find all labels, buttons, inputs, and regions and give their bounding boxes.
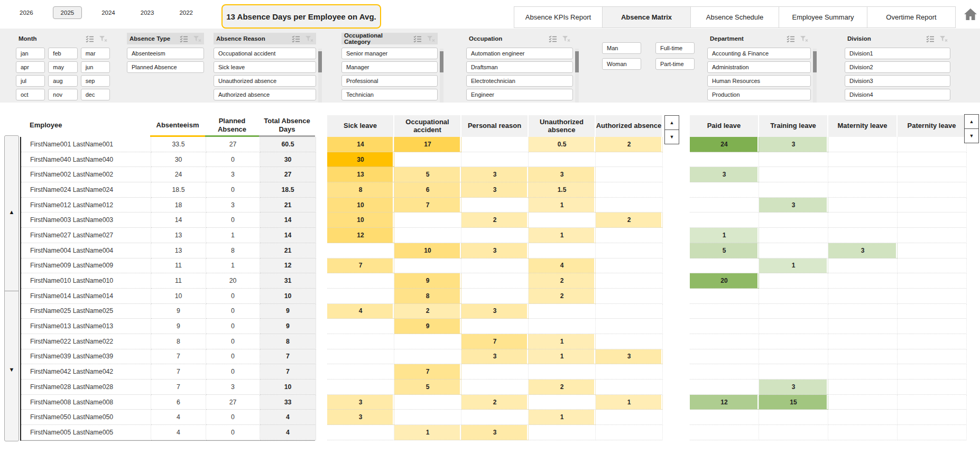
slicer-item-jun[interactable]: jun [81, 61, 110, 73]
slicer-item-division2[interactable]: Division2 [845, 61, 950, 73]
multiselect-icon[interactable] [787, 35, 795, 42]
slicer-item-dec[interactable]: dec [81, 89, 110, 100]
slicer-item-part-time[interactable]: Part-time [655, 58, 695, 70]
slicer-item-feb[interactable]: feb [48, 48, 77, 59]
slicer-item-jan[interactable]: jan [16, 48, 45, 59]
clear-filter-icon[interactable] [562, 35, 570, 42]
slicer-item-division4[interactable]: Division4 [845, 89, 950, 100]
reason-matrix-scroll-down[interactable]: ▼ [664, 130, 679, 144]
tab-absence-kpis-report[interactable]: Absence KPIs Report [514, 6, 603, 28]
reason-value-cell [461, 228, 529, 243]
slicer-item-sick-leave[interactable]: Sick leave [214, 61, 316, 73]
slicer-scrollbar[interactable] [575, 49, 579, 103]
leave-matrix-scroll-down[interactable]: ▼ [964, 128, 979, 143]
slicer-item-manager[interactable]: Manager [341, 61, 438, 73]
leave-value-cell [690, 258, 759, 274]
slicer-item-planned-absence[interactable]: Planned Absence [127, 61, 204, 73]
slicer-item-human-resources[interactable]: Human Resources [707, 75, 811, 87]
reason-value-cell: 3 [461, 349, 529, 365]
slicer-scrollbar[interactable] [440, 49, 443, 103]
clear-filter-icon[interactable] [939, 35, 948, 42]
tab-absence-matrix[interactable]: Absence Matrix [602, 6, 691, 28]
reason-value-cell [327, 334, 394, 349]
reason-value-cell [461, 410, 529, 425]
multiselect-icon[interactable] [292, 35, 300, 42]
scrollbar-thumb[interactable] [318, 51, 322, 72]
clear-filter-icon[interactable] [193, 35, 201, 42]
slicer-item-nov[interactable]: nov [48, 89, 77, 100]
slicer-item-production[interactable]: Production [707, 89, 811, 100]
multiselect-icon[interactable] [413, 35, 422, 42]
slicer-item-oct[interactable]: oct [16, 89, 45, 100]
slicer-item-mar[interactable]: mar [81, 48, 110, 59]
slicer-item-engineer[interactable]: Engineer [466, 89, 573, 100]
slicer-item-accounting-finance[interactable]: Accounting & Finance [707, 48, 811, 59]
slicer-item-aug[interactable]: aug [48, 75, 77, 87]
leave-value-cell [690, 304, 759, 319]
clear-filter-icon[interactable] [427, 35, 435, 42]
slicer-item-electrotechnician[interactable]: Electrotechnician [466, 75, 573, 87]
leave-matrix-scroll-up[interactable]: ▲ [964, 114, 979, 129]
clear-filter-icon[interactable] [305, 35, 313, 42]
scrollbar-thumb[interactable] [575, 51, 579, 72]
scroll-up-icon[interactable]: ▲ [5, 209, 19, 215]
slicer-item-jul[interactable]: jul [16, 75, 45, 87]
clear-filter-icon[interactable] [800, 35, 808, 42]
slicer-items: Automation engineerDraftsmanElectrotechn… [466, 48, 573, 100]
slicer-item-absenteeism[interactable]: Absenteeism [127, 48, 204, 59]
scroll-down-icon[interactable]: ▼ [5, 366, 19, 373]
reason-value-cell [529, 425, 596, 440]
multiselect-icon[interactable] [86, 35, 94, 42]
slicer-item-unauthorized-absence[interactable]: Unauthorized absence [214, 75, 316, 87]
multiselect-icon[interactable] [926, 35, 935, 42]
reason-value-cell: 10 [327, 198, 394, 213]
year-button-2025[interactable]: 2025 [53, 6, 82, 19]
slicer-item-professional[interactable]: Professional [341, 75, 438, 87]
tab-employee-summary[interactable]: Employee Summary [779, 6, 867, 28]
reason-value-cell [596, 198, 663, 213]
slicer-item-apr[interactable]: apr [16, 61, 45, 73]
clear-filter-icon[interactable] [99, 35, 107, 42]
slicer-item-automation-engineer[interactable]: Automation engineer [466, 48, 573, 59]
year-button-2024[interactable]: 2024 [96, 6, 121, 19]
slicer-occupation: OccupationAutomation engineerDraftsmanEl… [466, 33, 573, 100]
reason-matrix-scroll-up[interactable]: ▲ [664, 115, 679, 130]
slicer-item-may[interactable]: may [48, 61, 77, 73]
slicer-item-authorized-absence[interactable]: Authorized absence [214, 89, 316, 100]
year-button-2026[interactable]: 2026 [14, 6, 39, 19]
slicer-item-woman[interactable]: Woman [602, 58, 641, 70]
multiselect-icon[interactable] [180, 35, 188, 42]
tab-overtime-report[interactable]: Overtime Report [867, 6, 956, 28]
slicer-item-administration[interactable]: Administration [707, 61, 811, 73]
total-absence-cell: 60.5 [260, 137, 316, 152]
home-button[interactable] [961, 6, 980, 25]
tab-absence-schedule[interactable]: Absence Schedule [690, 6, 779, 28]
leave-value-cell: 3 [690, 167, 759, 182]
gender-slicer: ManWoman [602, 42, 641, 70]
slicer-item-full-time[interactable]: Full-time [655, 42, 695, 54]
multiselect-icon[interactable] [549, 35, 557, 42]
total-absence-cell: 7 [260, 364, 316, 380]
slicer-item-senior-manager[interactable]: Senior manager [341, 48, 438, 59]
planned-absence-cell: 0 [206, 410, 260, 425]
slicer-header: Division [845, 33, 950, 44]
scrollbar-thumb[interactable] [813, 51, 817, 72]
year-button-2022[interactable]: 2022 [173, 6, 199, 19]
employee-name-cell: FirstName004 LastName004 [21, 243, 151, 258]
slicer-scrollbar[interactable] [813, 49, 817, 103]
absenteeism-cell: 11 [151, 273, 206, 289]
slicer-item-technician[interactable]: Technician [341, 89, 438, 100]
scrollbar-thumb[interactable] [440, 51, 443, 72]
year-button-2023[interactable]: 2023 [135, 6, 160, 19]
slicer-item-division3[interactable]: Division3 [845, 75, 950, 87]
slicer-scrollbar[interactable] [318, 49, 322, 103]
column-header-personal-reason: Personal reason [461, 115, 529, 137]
slicer-item-division1[interactable]: Division1 [845, 48, 950, 59]
slicer-item-draftsman[interactable]: Draftsman [466, 61, 573, 73]
reason-value-cell [394, 410, 461, 425]
slicer-item-occupational-accident[interactable]: Occupational accident [214, 48, 316, 59]
slicer-item-man[interactable]: Man [602, 42, 641, 54]
employee-list-scrollbar[interactable]: ▲ ▼ [4, 135, 19, 441]
leave-value-cell [898, 212, 967, 228]
slicer-item-sep[interactable]: sep [81, 75, 110, 87]
